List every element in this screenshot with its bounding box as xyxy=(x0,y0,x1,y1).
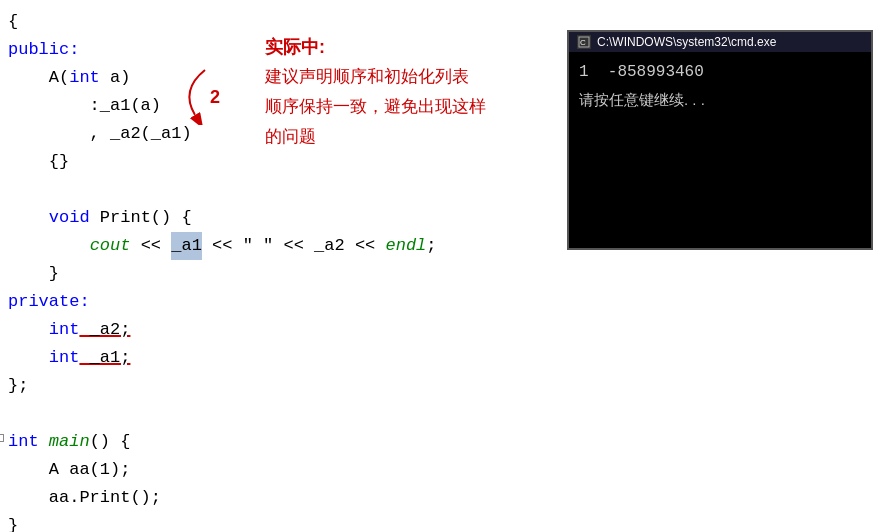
cmd-output-1: 1 -858993460 xyxy=(579,58,861,86)
code-member-a2: _a2; xyxy=(79,316,130,344)
cmd-title: C:\WINDOWS\system32\cmd.exe xyxy=(597,35,776,49)
code-text: public: xyxy=(8,36,79,64)
code-text: " " << _a2 << xyxy=(243,232,386,260)
line-main-sig: int main() { xyxy=(8,428,883,456)
code-text: << xyxy=(202,232,243,260)
line-close-print: } xyxy=(8,260,883,288)
cmd-body: 1 -858993460 请按任意键继续. . . xyxy=(569,52,871,244)
line-blank2 xyxy=(8,400,883,428)
code-text: aa.Print(); xyxy=(8,484,161,512)
code-text: cout xyxy=(90,232,131,260)
code-text: :_a1(a) xyxy=(8,92,161,120)
code-text: {} xyxy=(8,148,69,176)
line-close-class: }; xyxy=(8,372,883,400)
cmd-panel: C C:\WINDOWS\system32\cmd.exe 1 -8589934… xyxy=(567,30,873,250)
code-text xyxy=(8,344,49,372)
code-text: << xyxy=(130,232,171,260)
code-text: } xyxy=(8,512,18,532)
code-endl: endl xyxy=(386,232,427,260)
code-text xyxy=(8,204,49,232)
code-text: A( xyxy=(8,64,69,92)
code-keyword-int2: int xyxy=(49,316,80,344)
code-text: , _a2(_a1) xyxy=(8,120,202,148)
code-member-a1: _a1; xyxy=(79,344,130,372)
line-close-main: } xyxy=(8,512,883,532)
code-a1-highlight: _a1 xyxy=(171,232,202,260)
code-main: main xyxy=(49,428,90,456)
code-text: ; xyxy=(426,232,436,260)
code-text: a) xyxy=(100,64,131,92)
code-text: A aa(1); xyxy=(8,456,130,484)
cmd-output-2: 请按任意键继续. . . xyxy=(579,86,861,114)
cmd-titlebar: C C:\WINDOWS\system32\cmd.exe xyxy=(569,32,871,52)
code-keyword-private: private: xyxy=(8,288,90,316)
line-private: private: xyxy=(8,288,883,316)
code-text: }; xyxy=(8,372,28,400)
code-text xyxy=(8,316,49,344)
line-call-print: aa.Print(); xyxy=(8,484,883,512)
code-text xyxy=(39,428,49,456)
line-declare-aa: A aa(1); xyxy=(8,456,883,484)
main-container: { public: A(int a) :_a1(a) , _a2(_a1) xyxy=(0,0,883,532)
line-member-a2: int _a2; xyxy=(8,316,883,344)
svg-text:C: C xyxy=(580,38,586,47)
code-text: { xyxy=(8,8,18,36)
cmd-icon: C xyxy=(577,35,591,49)
code-keyword-void: void xyxy=(49,204,90,232)
code-keyword-int4: int xyxy=(8,428,39,456)
code-text: Print() { xyxy=(90,204,192,232)
code-keyword-int: int xyxy=(69,64,100,92)
code-text: } xyxy=(8,260,59,288)
line-indicator xyxy=(0,434,4,442)
line-member-a1: int _a1; xyxy=(8,344,883,372)
code-text: () { xyxy=(90,428,131,456)
code-keyword-int3: int xyxy=(49,344,80,372)
code-text xyxy=(8,232,90,260)
